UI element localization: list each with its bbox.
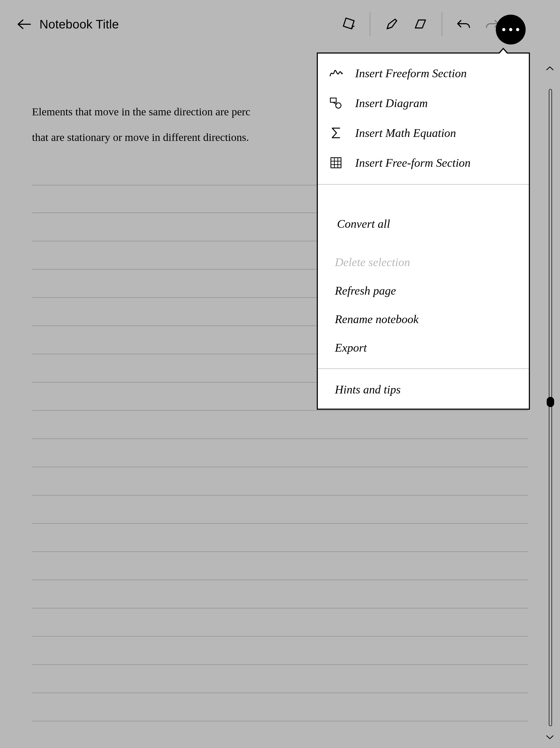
scroll-up-button[interactable] (545, 65, 555, 72)
highlight-label: Convert all (337, 217, 390, 231)
ruled-line (32, 580, 528, 608)
svg-point-1 (336, 103, 341, 108)
menu-item-insert-freeform-grid[interactable]: Insert Free-form Section (318, 148, 529, 178)
undo-button[interactable] (454, 15, 473, 34)
pen-tool[interactable] (382, 15, 401, 34)
scrollbar-track[interactable] (549, 89, 552, 726)
undo-icon (456, 18, 471, 30)
menu-item-label: Insert Freeform Section (355, 67, 467, 80)
menu-item-label: Rename notebook (335, 312, 419, 326)
ruled-line (32, 411, 528, 439)
svg-rect-0 (330, 98, 336, 102)
menu-divider (318, 368, 529, 369)
ruled-line (32, 665, 528, 693)
rotate-icon (341, 17, 356, 31)
ruled-line (32, 721, 528, 748)
menu-section-help: Hints and tips (318, 371, 529, 408)
eraser-icon (413, 18, 427, 31)
chevron-up-icon (546, 66, 554, 71)
menu-item-refresh-page[interactable]: Refresh page (318, 277, 529, 305)
menu-item-label: Insert Free-form Section (355, 156, 470, 170)
toolbar-divider (370, 12, 370, 36)
ruled-line (32, 552, 528, 580)
menu-item-label: Refresh page (335, 284, 396, 298)
menu-item-insert-freeform[interactable]: Insert Freeform Section (318, 59, 529, 88)
sigma-icon (328, 125, 344, 140)
rotate-tool[interactable] (339, 15, 358, 34)
ruled-line (32, 637, 528, 665)
pen-icon (385, 18, 398, 31)
ruled-line (32, 608, 528, 637)
menu-item-label: Insert Math Equation (355, 126, 456, 140)
ruled-line (32, 693, 528, 721)
shapes-icon (328, 96, 344, 111)
menu-item-hints-tips[interactable]: Hints and tips (318, 375, 529, 404)
menu-item-insert-diagram[interactable]: Insert Diagram (318, 88, 529, 118)
screen: Notebook Title (0, 0, 560, 748)
ruled-line (32, 439, 528, 467)
scrollbar-handle[interactable] (547, 397, 554, 407)
dot-icon (509, 28, 512, 31)
svg-rect-2 (331, 158, 341, 168)
grid-icon (328, 155, 344, 170)
menu-item-insert-math[interactable]: Insert Math Equation (318, 118, 529, 148)
toolbar-divider (442, 12, 442, 36)
dot-icon (516, 28, 519, 31)
eraser-tool[interactable] (411, 15, 430, 34)
ruled-line (32, 495, 528, 524)
menu-item-label: Export (335, 341, 367, 354)
chevron-down-icon (546, 735, 554, 740)
highlight-convert-all[interactable]: Convert all (326, 208, 406, 239)
header-toolbar: Notebook Title (0, 0, 560, 48)
scroll-down-button[interactable] (545, 733, 555, 741)
ruled-line (32, 524, 528, 552)
scrollbar-thumb[interactable] (549, 89, 552, 726)
menu-item-export[interactable]: Export (318, 333, 529, 362)
menu-item-rename-notebook[interactable]: Rename notebook (318, 305, 529, 333)
notebook-title: Notebook Title (40, 17, 119, 31)
menu-section-insert: Insert Freeform Section Insert Diagram I… (318, 53, 529, 183)
more-menu-button[interactable] (496, 15, 526, 45)
ruled-line (32, 467, 528, 495)
menu-item-label: Hints and tips (335, 383, 401, 396)
back-button[interactable] (16, 16, 32, 32)
arrow-left-icon (17, 19, 31, 29)
menu-item-label: Delete selection (335, 255, 410, 269)
menu-item-delete-selection: Delete selection (318, 248, 529, 277)
menu-caret-icon (498, 48, 509, 53)
dot-icon (502, 28, 505, 31)
squiggle-icon (328, 66, 344, 81)
menu-item-label: Insert Diagram (355, 96, 428, 110)
menu-divider (318, 184, 529, 185)
